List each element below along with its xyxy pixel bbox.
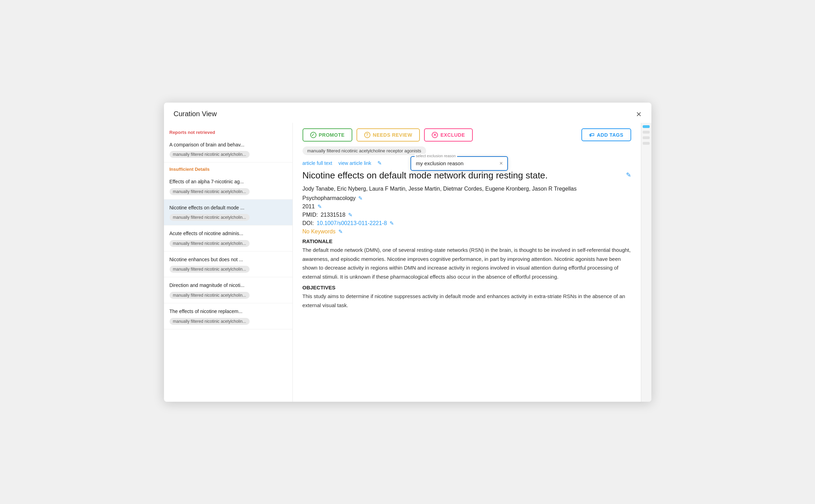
modal-body: Reports not retrieved A comparison of br… (164, 123, 651, 402)
sidebar-item-title-3: Acute effects of nicotine adminis... (170, 230, 287, 237)
article-pmid-edit-icon[interactable]: ✎ (348, 212, 353, 218)
article-links-edit-icon[interactable]: ✎ (377, 160, 382, 166)
exclusion-row: manually filtered nicotinic acetylcholin… (303, 146, 631, 155)
article-title-edit-icon[interactable]: ✎ (626, 171, 631, 179)
close-button[interactable]: × (636, 110, 641, 119)
sidebar-item-0[interactable]: A comparison of brain and behav... manua… (164, 137, 292, 163)
article-title-text: Nicotine effects on default mode network… (303, 170, 622, 182)
sidebar-item-6[interactable]: The effects of nicotine replacem... manu… (164, 303, 292, 329)
main-content: ✓ PROMOTE ? NEEDS REVIEW ✕ EXCLUDE 🏷 ADD… (293, 123, 641, 402)
sidebar-item-tag-4: manually filtered nicotinic acetylcholin… (170, 266, 250, 273)
sidebar-item-title-4: Nicotine enhances but does not ... (170, 256, 287, 263)
sidebar-section-header-reports: Reports not retrieved (164, 126, 292, 137)
add-tags-icon: 🏷 (589, 132, 595, 138)
right-panel-mark-1 (643, 125, 650, 128)
sidebar-item-title-6: The effects of nicotine replacem... (170, 308, 287, 315)
right-panel-mark-3 (643, 136, 650, 139)
exclude-button[interactable]: ✕ EXCLUDE (424, 128, 472, 142)
sidebar-item-title-0: A comparison of brain and behav... (170, 142, 287, 149)
modal-title: Curation View (174, 110, 217, 118)
article-year-text: 2011 (303, 203, 315, 210)
article-journal-edit-icon[interactable]: ✎ (358, 195, 363, 201)
sidebar-item-tag-6: manually filtered nicotinic acetylcholin… (170, 318, 250, 325)
right-panel-mark-4 (643, 142, 650, 145)
exclusion-dropdown: select exclusion reason × (410, 156, 508, 171)
objectives-text: This study aims to determine if nicotine… (303, 292, 631, 310)
add-tags-button[interactable]: 🏷 ADD TAGS (581, 128, 631, 141)
sidebar-item-1[interactable]: Effects of an alpha 7-nicotinic ag... ma… (164, 174, 292, 200)
doi-link[interactable]: 10.1007/s00213-011-2221-8 (316, 220, 387, 226)
article-authors: Jody Tanabe, Eric Nyberg, Laura F Martin… (303, 185, 631, 193)
article-full-text-link[interactable]: article full text (303, 160, 332, 166)
article-title-row: Nicotine effects on default mode network… (303, 170, 631, 182)
keywords-text: No Keywords (303, 229, 336, 235)
article-keywords-edit-icon[interactable]: ✎ (338, 229, 343, 235)
sidebar-item-tag-5: manually filtered nicotinic acetylcholin… (170, 292, 250, 299)
article-year-edit-icon[interactable]: ✎ (318, 203, 322, 210)
needs-review-icon: ? (364, 132, 370, 138)
article-doi: DOI: 10.1007/s00213-011-2221-8 ✎ (303, 220, 631, 226)
promote-check-icon: ✓ (310, 132, 316, 138)
sidebar-item-title-2: Nicotine effects on default mode ... (170, 205, 287, 211)
right-panel (641, 123, 651, 402)
add-tags-label: ADD TAGS (597, 132, 623, 138)
pmid-value: 21331518 (321, 212, 345, 218)
exclude-icon: ✕ (432, 132, 438, 138)
right-panel-mark-2 (643, 131, 650, 134)
article-pmid: PMID: 21331518 ✎ (303, 212, 631, 218)
promote-button[interactable]: ✓ PROMOTE (303, 128, 352, 142)
sidebar-item-2-active[interactable]: Nicotine effects on default mode ... man… (164, 200, 292, 226)
curation-view-modal: Curation View × Reports not retrieved A … (164, 103, 651, 402)
objectives-label: OBJECTIVES (303, 285, 631, 290)
article-doi-edit-icon[interactable]: ✎ (390, 220, 394, 226)
sidebar-item-tag-1: manually filtered nicotinic acetylcholin… (170, 188, 250, 195)
sidebar-item-title-5: Direction and magnitude of nicoti... (170, 282, 287, 289)
promote-label: PROMOTE (319, 132, 345, 138)
view-article-link[interactable]: view article link (338, 160, 371, 166)
article-keywords: No Keywords ✎ (303, 229, 631, 235)
sidebar-section-title-insufficient: Insufficient Details (170, 167, 210, 172)
sidebar-item-tag-3: manually filtered nicotinic acetylcholin… (170, 240, 250, 247)
pmid-label: PMID: (303, 212, 318, 218)
action-row: ✓ PROMOTE ? NEEDS REVIEW ✕ EXCLUDE 🏷 ADD… (303, 128, 631, 142)
sidebar-item-3[interactable]: Acute effects of nicotine adminis... man… (164, 225, 292, 251)
sidebar-item-4[interactable]: Nicotine enhances but does not ... manua… (164, 251, 292, 278)
article-authors-text: Jody Tanabe, Eric Nyberg, Laura F Martin… (303, 186, 577, 192)
exclusion-dropdown-label: select exclusion reason (415, 154, 457, 158)
sidebar: Reports not retrieved A comparison of br… (164, 123, 293, 402)
needs-review-button[interactable]: ? NEEDS REVIEW (356, 128, 420, 142)
article-journal: Psychopharmacology ✎ (303, 195, 631, 201)
exclusion-reason-input[interactable] (416, 160, 502, 166)
sidebar-item-title-1: Effects of an alpha 7-nicotinic ag... (170, 178, 287, 185)
rationale-label: RATIONALE (303, 238, 631, 244)
sidebar-item-tag-2: manually filtered nicotinic acetylcholin… (170, 214, 250, 221)
exclusion-tag: manually filtered nicotinic acetylcholin… (303, 146, 426, 155)
modal-header: Curation View × (164, 103, 651, 123)
exclude-label: EXCLUDE (440, 132, 465, 138)
needs-review-label: NEEDS REVIEW (373, 132, 412, 138)
exclusion-clear-button[interactable]: × (500, 160, 503, 167)
article-journal-text: Psychopharmacology (303, 195, 356, 201)
sidebar-item-5[interactable]: Direction and magnitude of nicoti... man… (164, 277, 292, 303)
article-year: 2011 ✎ (303, 203, 631, 210)
doi-label: DOI: (303, 220, 314, 226)
sidebar-section-header-insufficient: Insufficient Details (164, 162, 292, 174)
sidebar-section-title-reports: Reports not retrieved (170, 130, 215, 135)
sidebar-item-tag-0: manually filtered nicotinic acetylcholin… (170, 151, 250, 158)
rationale-text: The default mode network (DMN), one of s… (303, 246, 631, 281)
